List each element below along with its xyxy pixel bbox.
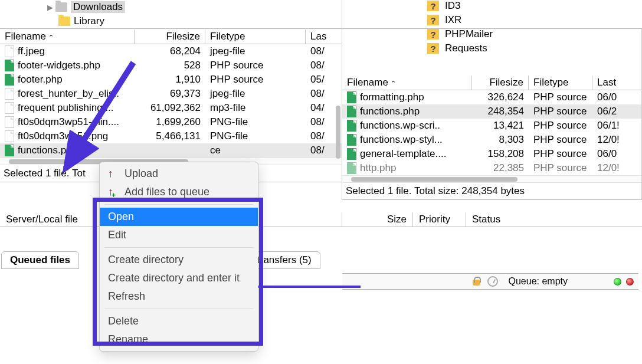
php-file-icon (5, 60, 14, 71)
file-row[interactable]: functions.wp-scri..13,421PHP source06/1! (342, 119, 641, 133)
menu-create-directory[interactable]: Create directory (100, 251, 258, 269)
tree-label: Library (74, 15, 104, 27)
php-file-icon (5, 74, 14, 86)
file-row[interactable]: general-template....158,208PHP source06/… (342, 147, 641, 161)
scrollbar-vertical[interactable] (336, 106, 340, 159)
file-row[interactable]: ff.jpeg68,204jpeg-file08/ (0, 44, 342, 58)
file-row[interactable]: frequent publishing....61,092,362mp3-fil… (0, 101, 342, 115)
status-bar: Queue: empty (342, 273, 638, 290)
file-row[interactable]: functions.php248,354PHP source06/2 (342, 104, 641, 119)
menu-separator (104, 309, 253, 309)
col-last[interactable]: Last (592, 76, 641, 90)
file-icon (5, 130, 14, 142)
col-filetype[interactable]: Filetype (205, 29, 306, 44)
menu-refresh[interactable]: Refresh (100, 287, 258, 306)
sort-asc-icon: ⌃ (48, 34, 54, 41)
sort-asc-icon: ⌃ (391, 80, 396, 87)
lock-icon (471, 276, 482, 287)
speed-meter-icon[interactable] (487, 276, 498, 287)
menu-create-directory-enter[interactable]: Create directory and enter it (100, 269, 258, 287)
file-row[interactable]: forest_hunter_by_elis..69,373jpeg-file08… (0, 87, 342, 101)
file-row[interactable]: http.php22,385PHP source12/0! (342, 161, 641, 175)
php-file-icon (347, 134, 356, 146)
scrollbar-horizontal[interactable]: .file-col.right .scrollbar-h::after{righ… (342, 175, 641, 182)
php-file-icon (347, 148, 356, 160)
menu-delete[interactable]: Delete (100, 312, 258, 330)
menu-separator (104, 204, 253, 205)
php-file-icon (347, 106, 356, 117)
local-tree[interactable]: ▶ Downloads Library (0, 0, 342, 28)
context-menu: ↑Upload ↑Add files to queue Open Edit Cr… (99, 162, 258, 352)
col-last[interactable]: Las (306, 29, 342, 44)
menu-add-to-queue[interactable]: ↑Add files to queue (100, 183, 258, 201)
col-filename[interactable]: Filename⌃ (0, 29, 135, 44)
php-file-icon (347, 120, 356, 132)
tree-item[interactable]: ?ID3 (354, 0, 642, 13)
folder-icon (58, 17, 70, 26)
file-row[interactable]: ft0s0dqm3wp51.png5,466,131PNG-file08/ (0, 129, 342, 143)
tab-failed-transfers[interactable]: transfers (5) (248, 251, 320, 269)
col-priority[interactable]: Priority (413, 212, 466, 227)
file-icon (5, 116, 14, 128)
remote-status: Selected 1 file. Total size: 248,354 byt… (342, 182, 641, 200)
file-row[interactable]: ft0s0dqm3wp51-min....1,699,260PNG-file08… (0, 115, 342, 129)
menu-open[interactable]: Open (100, 208, 258, 226)
file-row[interactable]: footer.php1,910PHP source05/ (0, 73, 342, 87)
annotation-line (258, 286, 361, 288)
file-icon (5, 45, 14, 57)
php-file-icon (347, 162, 356, 174)
remote-file-list[interactable]: Filename⌃ Filesize Filetype Last formatt… (342, 29, 642, 200)
file-row[interactable]: formatting.php326,624PHP source06/0 (342, 90, 641, 104)
menu-edit[interactable]: Edit (100, 226, 258, 244)
chevron-right-icon: ▶ (47, 3, 55, 12)
file-icon (5, 102, 14, 114)
col-filename[interactable]: Filename⌃ (342, 76, 472, 90)
file-icon (5, 88, 14, 100)
tree-item-downloads[interactable]: ▶ Downloads (0, 0, 342, 14)
col-filesize[interactable]: Filesize (472, 76, 529, 90)
file-row[interactable]: functions.phpce08/ (0, 143, 342, 158)
file-row[interactable]: footer-widgets.php528PHP source08/ (0, 58, 342, 73)
tree-label: Downloads (71, 1, 125, 13)
col-filetype[interactable]: Filetype (529, 76, 592, 90)
menu-upload[interactable]: ↑Upload (100, 165, 258, 183)
tab-queued-files[interactable]: Queued files (1, 251, 79, 269)
col-filesize[interactable]: Filesize (135, 29, 205, 44)
php-file-icon (347, 91, 356, 103)
folder-icon (55, 2, 67, 12)
tree-item[interactable]: ?IXR (354, 13, 642, 27)
menu-rename[interactable]: Rename (100, 330, 258, 349)
tree-item-library[interactable]: Library (0, 14, 342, 28)
file-row[interactable]: functions.wp-styl...8,303PHP source12/0! (342, 133, 641, 147)
col-size[interactable]: Size (342, 212, 413, 227)
upload-icon: ↑ (108, 168, 116, 180)
queue-status: Queue: empty (509, 276, 568, 287)
menu-separator (104, 247, 253, 248)
php-file-icon (5, 145, 14, 156)
question-folder-icon: ? (427, 1, 439, 11)
upload-plus-icon: ↑ (108, 186, 116, 198)
col-status[interactable]: Status (466, 212, 642, 227)
question-folder-icon: ? (427, 15, 439, 25)
status-led-red (626, 278, 634, 286)
status-led-green (614, 278, 621, 286)
